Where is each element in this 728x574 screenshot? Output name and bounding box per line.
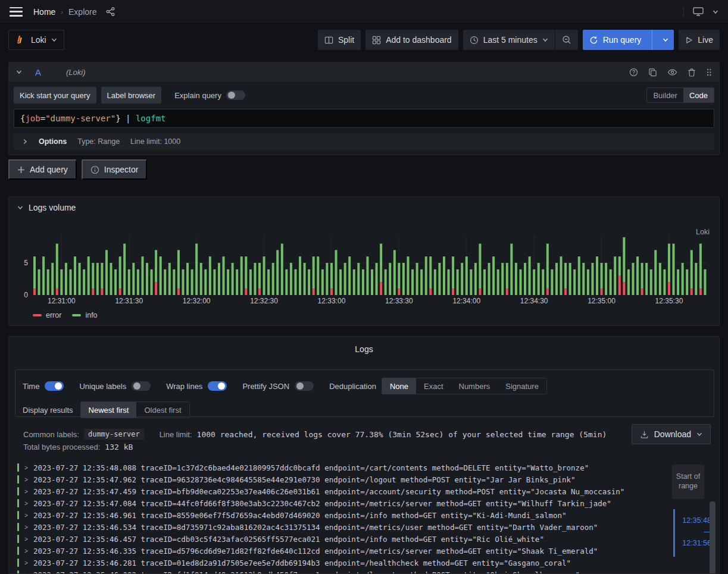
svg-text:12:33:00: 12:33:00: [318, 297, 346, 305]
nav-divider: [683, 7, 684, 17]
time-toggle[interactable]: [45, 381, 64, 391]
log-row[interactable]: >2023-07-27 12:35:47.459 traceID=bfb9d0e…: [16, 485, 677, 497]
datasource-picker[interactable]: Loki: [8, 30, 64, 50]
add-to-dashboard-button[interactable]: Add to dashboard: [365, 30, 458, 50]
log-level-bar: [17, 463, 19, 472]
remove-query-icon[interactable]: [688, 68, 696, 77]
log-row[interactable]: >2023-07-27 12:35:46.092 traceID=fd1f914…: [16, 569, 677, 574]
wrap-lines-toggle[interactable]: [208, 381, 227, 391]
add-query-label: Add query: [30, 165, 68, 174]
drag-handle-icon[interactable]: [706, 68, 712, 77]
log-row[interactable]: >2023-07-27 12:35:48.088 traceID=1c37d2c…: [16, 462, 677, 473]
common-labels-badge: dummy-server: [84, 429, 144, 440]
menu-icon[interactable]: [10, 7, 23, 17]
log-row[interactable]: >2023-07-27 12:35:46.281 traceID=01ed8d2…: [16, 557, 677, 569]
time-label: Time: [23, 382, 39, 391]
display-option-newest-first[interactable]: Newest first: [81, 402, 137, 418]
breadcrumb-home[interactable]: Home: [33, 7, 55, 17]
inspector-button[interactable]: Inspector: [82, 159, 148, 180]
log-line: 2023-07-27 12:35:46.534 traceID=8d735971…: [33, 523, 598, 532]
log-expand-chevron-icon[interactable]: >: [23, 572, 29, 574]
toggle-visibility-icon[interactable]: [667, 68, 677, 77]
total-bytes-label: Total bytes processed:: [23, 443, 100, 451]
svg-text:12:34:00: 12:34:00: [452, 297, 480, 305]
wrap-lines-control: Wrap lines: [166, 381, 227, 391]
monitor-icon[interactable]: [692, 7, 704, 17]
toggle-knob: [218, 382, 225, 390]
editor-mode-builder[interactable]: Builder: [647, 88, 683, 102]
breadcrumb-explore[interactable]: Explore: [68, 7, 96, 17]
live-button[interactable]: Live: [679, 30, 720, 50]
query-help-icon[interactable]: [629, 68, 638, 77]
log-row[interactable]: >2023-07-27 12:35:47.962 traceID=9632873…: [16, 473, 677, 485]
dedup-option-exact[interactable]: Exact: [416, 378, 451, 394]
deduplication-label: Deduplication: [329, 382, 376, 391]
unique-labels-toggle[interactable]: [132, 381, 151, 391]
query-token: }: [115, 114, 120, 123]
log-expand-chevron-icon[interactable]: >: [23, 560, 29, 566]
clock-icon: [470, 36, 479, 45]
add-to-dashboard-label: Add to dashboard: [386, 35, 452, 45]
download-button[interactable]: Download: [632, 424, 711, 444]
label-browser-button[interactable]: Label browser: [101, 87, 162, 103]
log-row[interactable]: >2023-07-27 12:35:46.457 traceID=cdb03c5…: [16, 533, 677, 545]
kick-start-query-button[interactable]: Kick start your query: [14, 87, 96, 103]
log-line: 2023-07-27 12:35:47.084 traceID=44fc0fd6…: [33, 499, 611, 508]
zoom-out-time-button[interactable]: [555, 30, 578, 50]
split-button[interactable]: Split: [318, 30, 361, 50]
query-token-stage: logfmt: [136, 114, 166, 123]
log-expand-chevron-icon[interactable]: >: [23, 536, 29, 542]
logs-scrollbar-thumb[interactable]: [710, 501, 715, 574]
log-row[interactable]: >2023-07-27 12:35:46.961 traceID=8559e06…: [16, 509, 677, 521]
log-line: 2023-07-27 12:35:47.962 traceID=96328736…: [33, 475, 576, 484]
log-line: 2023-07-27 12:35:46.281 traceID=01ed8d2a…: [33, 559, 571, 567]
logs-controls: TimeUnique labelsWrap linesPrettify JSON…: [15, 369, 714, 417]
zoom-out-icon: [562, 35, 571, 45]
query-options-bar[interactable]: Options Type: Range Line limit: 1000: [14, 133, 714, 150]
time-range-label: Last 5 minutes: [483, 35, 538, 45]
log-expand-chevron-icon[interactable]: >: [23, 500, 29, 507]
options-expand-chevron-icon[interactable]: [22, 139, 28, 145]
editor-mode-code[interactable]: Code: [683, 88, 714, 102]
logs-volume-collapse-chevron-icon[interactable]: [17, 205, 23, 211]
log-level-bar: [17, 511, 19, 519]
inspector-label: Inspector: [104, 165, 139, 174]
log-expand-chevron-icon[interactable]: >: [23, 488, 29, 495]
range-to: 12:31:56: [677, 538, 711, 549]
add-query-button[interactable]: Add query: [8, 159, 77, 180]
run-query-button[interactable]: Run query: [583, 30, 674, 50]
toggle-knob: [228, 92, 235, 99]
legend-item-error[interactable]: error: [33, 311, 61, 319]
log-expand-chevron-icon[interactable]: >: [23, 524, 29, 531]
live-label: Live: [698, 35, 713, 45]
explain-query-label: Explain query: [174, 91, 221, 100]
log-row[interactable]: >2023-07-27 12:35:46.335 traceID=d5796cd…: [16, 545, 677, 557]
query-token: =: [40, 114, 45, 123]
dedup-option-numbers[interactable]: Numbers: [451, 378, 498, 394]
duplicate-query-icon[interactable]: [648, 68, 657, 77]
dedup-option-signature[interactable]: Signature: [498, 378, 546, 394]
log-row[interactable]: >2023-07-27 12:35:46.534 traceID=8d73597…: [16, 521, 677, 533]
kiosk-chevron-down-icon[interactable]: [713, 9, 718, 15]
time-range-chevron-down-icon: [542, 37, 548, 43]
options-type: Type: Range: [77, 137, 120, 146]
query-collapse-chevron-icon[interactable]: [16, 69, 22, 75]
share-icon[interactable]: [105, 7, 115, 17]
dedup-option-none[interactable]: None: [382, 378, 416, 394]
prettify-json-toggle[interactable]: [295, 381, 314, 391]
log-expand-chevron-icon[interactable]: >: [23, 548, 29, 554]
log-row[interactable]: >2023-07-27 12:35:47.084 traceID=44fc0fd…: [16, 497, 677, 509]
query-code-editor[interactable]: {job="dummy-server"} | logfmt: [14, 109, 714, 128]
time-range-picker[interactable]: Last 5 minutes: [463, 30, 555, 50]
log-expand-chevron-icon[interactable]: >: [23, 476, 29, 483]
log-expand-chevron-icon[interactable]: >: [23, 512, 29, 519]
breadcrumb-separator-icon: ›: [61, 8, 63, 15]
range-separator: —: [677, 526, 711, 538]
log-level-bar: [17, 547, 19, 555]
display-option-oldest-first[interactable]: Oldest first: [136, 402, 189, 418]
legend-item-info[interactable]: info: [72, 311, 97, 319]
log-expand-chevron-icon[interactable]: >: [23, 465, 29, 471]
explain-query-toggle[interactable]: [226, 90, 245, 100]
svg-text:12:35:00: 12:35:00: [588, 297, 615, 305]
run-query-chevron-down-icon[interactable]: [657, 37, 674, 43]
